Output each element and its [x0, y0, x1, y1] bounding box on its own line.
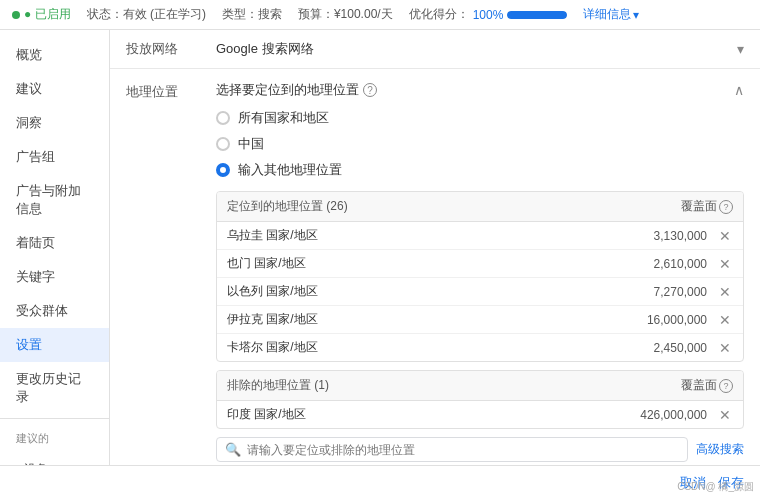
detail-link[interactable]: 详细信息 ▾ [583, 6, 639, 23]
sidebar-item-landing[interactable]: 着陆页 [0, 226, 109, 260]
info-icon[interactable]: ? [363, 83, 377, 97]
sidebar-item-label: 受众群体 [16, 302, 68, 320]
location-name: 印度 国家/地区 [227, 406, 640, 423]
bottom-bar: 取消 保存 [0, 465, 760, 500]
type-text: 类型：搜索 [222, 6, 282, 23]
remove-icon[interactable]: ✕ [717, 228, 733, 244]
sidebar-item-device[interactable]: 设备 [0, 454, 109, 465]
radio-label-other: 输入其他地理位置 [238, 161, 342, 179]
targeted-table-header: 定位到的地理位置 (26) 覆盖面 ? [217, 192, 743, 222]
radio-circle-china [216, 137, 230, 151]
sidebar-item-label: 设置 [16, 336, 42, 354]
sidebar-item-label: 着陆页 [16, 234, 55, 252]
type-item: 类型：搜索 [222, 6, 282, 23]
radio-other[interactable]: 输入其他地理位置 [216, 161, 744, 179]
budget-item: 预算：¥100.00/天 [298, 6, 393, 23]
budget-text: 预算：¥100.00/天 [298, 6, 393, 23]
optimize-value: 100% [473, 8, 504, 22]
sidebar-item-label: 概览 [16, 46, 42, 64]
location-coverage: 7,270,000 [654, 285, 707, 299]
delivery-network-value: Google 搜索网络 [216, 40, 737, 58]
main-layout: 概览 建议 洞察 广告组 广告与附加信息 着陆页 关键字 受众群体 设置 更改历… [0, 30, 760, 465]
sidebar-item-label: 更改历史记录 [16, 370, 93, 406]
sidebar-item-settings[interactable]: 设置 [0, 328, 109, 362]
sidebar-item-label: 广告组 [16, 148, 55, 166]
sidebar: 概览 建议 洞察 广告组 广告与附加信息 着陆页 关键字 受众群体 设置 更改历… [0, 30, 110, 465]
advanced-search-link[interactable]: 高级搜索 [696, 441, 744, 458]
remove-icon[interactable]: ✕ [717, 256, 733, 272]
radio-all-countries[interactable]: 所有国家和地区 [216, 109, 744, 127]
exclusion-table-header: 排除的地理位置 (1) 覆盖面 ? [217, 371, 743, 401]
sidebar-item-label: 广告与附加信息 [16, 182, 93, 218]
location-coverage: 3,130,000 [654, 229, 707, 243]
sidebar-item-adgroup[interactable]: 广告组 [0, 140, 109, 174]
search-input-wrap: 🔍 [216, 437, 688, 462]
exclusion-info-icon[interactable]: ? [719, 379, 733, 393]
table-row: 也门 国家/地区 2,610,000 ✕ [217, 250, 743, 278]
content-area: 投放网络 Google 搜索网络 ▾ 地理位置 选择要定位到的地理位置 ? ∧ [110, 30, 760, 465]
sidebar-item-suggestions[interactable]: 建议 [0, 72, 109, 106]
remove-icon[interactable]: ✕ [717, 407, 733, 423]
status-text: 状态：有效 (正在学习) [87, 6, 206, 23]
location-right: 7,270,000 ✕ [654, 284, 733, 300]
coverage-label: 覆盖面 [681, 198, 717, 215]
sidebar-item-history[interactable]: 更改历史记录 [0, 362, 109, 414]
geo-content: 选择要定位到的地理位置 ? ∧ 所有国家和地区 中国 [216, 81, 744, 465]
location-name: 也门 国家/地区 [227, 255, 654, 272]
location-name: 伊拉克 国家/地区 [227, 311, 647, 328]
sidebar-item-insights[interactable]: 洞察 [0, 106, 109, 140]
exclusion-header-label: 排除的地理位置 (1) [227, 377, 329, 394]
location-right: 2,610,000 ✕ [654, 256, 733, 272]
optimize-label: 优化得分： [409, 6, 469, 23]
watermark: CSDN@ 橘_源圆 [677, 480, 754, 494]
status-enabled: ● 已启用 [12, 6, 71, 23]
sidebar-item-ads[interactable]: 广告与附加信息 [0, 174, 109, 226]
location-right: 426,000,000 ✕ [640, 407, 733, 423]
collapse-icon[interactable]: ∧ [734, 82, 744, 98]
radio-circle-other [216, 163, 230, 177]
delivery-network-row: 投放网络 Google 搜索网络 ▾ [110, 30, 760, 69]
search-icon: 🔍 [225, 442, 241, 457]
sidebar-section-build: 建议的 [0, 423, 109, 454]
sidebar-item-label: 洞察 [16, 114, 42, 132]
location-coverage: 2,610,000 [654, 257, 707, 271]
radio-group: 所有国家和地区 中国 输入其他地理位置 [216, 109, 744, 179]
chevron-down-icon: ▾ [633, 8, 639, 22]
status-dot [12, 11, 20, 19]
sidebar-item-label: 建议 [16, 80, 42, 98]
sidebar-item-keywords[interactable]: 关键字 [0, 260, 109, 294]
table-row: 乌拉圭 国家/地区 3,130,000 ✕ [217, 222, 743, 250]
delivery-network-expand-icon[interactable]: ▾ [737, 41, 744, 57]
location-coverage: 426,000,000 [640, 408, 707, 422]
remove-icon[interactable]: ✕ [717, 312, 733, 328]
geo-label: 地理位置 [126, 81, 216, 465]
remove-icon[interactable]: ✕ [717, 284, 733, 300]
table-row: 印度 国家/地区 426,000,000 ✕ [217, 401, 743, 428]
remove-icon[interactable]: ✕ [717, 340, 733, 356]
geo-title-row: 选择要定位到的地理位置 ? ∧ [216, 81, 744, 99]
location-coverage: 2,450,000 [654, 341, 707, 355]
search-input[interactable] [247, 443, 679, 457]
location-right: 16,000,000 ✕ [647, 312, 733, 328]
exclusion-coverage-label: 覆盖面 [681, 377, 717, 394]
coverage-info-icon[interactable]: ? [719, 200, 733, 214]
sidebar-item-label: 关键字 [16, 268, 55, 286]
location-name: 以色列 国家/地区 [227, 283, 654, 300]
exclusion-table: 排除的地理位置 (1) 覆盖面 ? 印度 国家/地区 426,000,000 ✕ [216, 370, 744, 429]
sidebar-divider [0, 418, 109, 419]
geo-title-text: 选择要定位到的地理位置 [216, 81, 359, 99]
radio-china[interactable]: 中国 [216, 135, 744, 153]
targeted-locations-table: 定位到的地理位置 (26) 覆盖面 ? 乌拉圭 国家/地区 3,130,000 … [216, 191, 744, 362]
exclusion-coverage-header: 覆盖面 ? [681, 377, 733, 394]
location-coverage: 16,000,000 [647, 313, 707, 327]
sidebar-item-overview[interactable]: 概览 [0, 38, 109, 72]
geo-section: 地理位置 选择要定位到的地理位置 ? ∧ 所有国家和地区 [110, 69, 760, 465]
top-bar: ● 已启用 状态：有效 (正在学习) 类型：搜索 预算：¥100.00/天 优化… [0, 0, 760, 30]
optimize-item: 优化得分： 100% [409, 6, 568, 23]
coverage-header: 覆盖面 ? [681, 198, 733, 215]
location-right: 3,130,000 ✕ [654, 228, 733, 244]
sidebar-item-audience[interactable]: 受众群体 [0, 294, 109, 328]
delivery-network-label: 投放网络 [126, 40, 216, 58]
table-row: 卡塔尔 国家/地区 2,450,000 ✕ [217, 334, 743, 361]
status-item: 状态：有效 (正在学习) [87, 6, 206, 23]
